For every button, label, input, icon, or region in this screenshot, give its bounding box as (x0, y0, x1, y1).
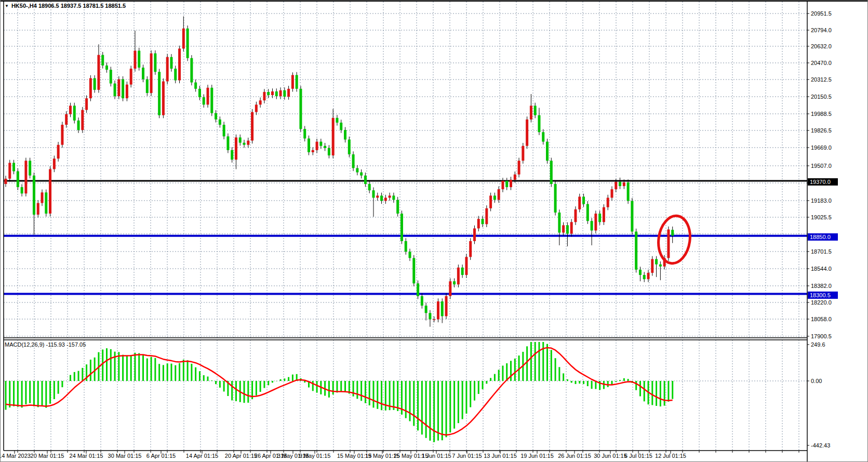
time-axis-label: 13 Jun 01:15 (484, 453, 517, 459)
price-badge-18850.0[interactable]: 18850.0 (808, 233, 838, 241)
time-axis-label: 9 May 01:15 (299, 453, 331, 459)
price-axis-label: 20632.0 (811, 43, 832, 49)
annotation-circle[interactable] (656, 214, 693, 265)
symbol-ohlc-text: HK50-,H4 18906.5 18937.5 18781.5 18851.5 (11, 3, 126, 9)
price-axis-label: 18220.0 (811, 299, 832, 306)
price-axis-label: 19826.5 (811, 127, 832, 134)
time-axis-label: 26 Jun 01:15 (558, 453, 591, 459)
price-axis-label: 20794.0 (811, 27, 832, 33)
macd-axis-label: 0.00 (811, 378, 822, 384)
macd-axis-label: -442.43 (811, 442, 830, 448)
time-axis-label: 12 Jul 01:15 (655, 453, 686, 459)
macd-layer (6, 342, 673, 442)
price-axis-label: 20470.0 (811, 60, 832, 66)
price-badge-18300.5[interactable]: 18300.5 (808, 292, 838, 299)
price-axis-label: 20312.5 (811, 76, 832, 83)
price-badge-19370.0[interactable]: 19370.0 (808, 178, 838, 186)
price-axis-label: 20150.5 (811, 94, 832, 100)
time-axis-label: 20 Apr 01:15 (225, 453, 257, 459)
price-axis-label: 19669.0 (811, 144, 832, 151)
symbol-header: ▼HK50-,H4 18906.5 18937.5 18781.5 18851.… (5, 3, 126, 9)
price-axis-label: 18382.0 (811, 283, 832, 289)
time-axis-label: 19 Jun 01:15 (520, 453, 554, 459)
price-axis-label: 18058.0 (811, 316, 832, 322)
time-axis-label: 24 Mar 01:15 (70, 453, 103, 459)
time-axis-label: 7 Jun 01:15 (452, 453, 482, 459)
chart-canvas[interactable] (1, 1, 868, 462)
time-axis-label: 14 Apr 01:15 (186, 453, 218, 459)
price-axis-label: 19183.0 (811, 197, 832, 204)
time-axis-label: 20 Mar 01:15 (31, 453, 64, 459)
horizontal-level-lines[interactable] (4, 181, 807, 294)
price-axis-label: 19988.5 (811, 111, 832, 117)
chevron-down-icon[interactable]: ▼ (5, 4, 9, 8)
price-axis-label: 19507.0 (811, 163, 832, 169)
macd-signal-line (6, 348, 673, 435)
price-axis-label: 20951.5 (811, 10, 832, 17)
time-axis-label: 30 Mar 01:15 (108, 453, 142, 459)
price-axis-label: 17900.5 (811, 333, 832, 339)
time-axis-label: 30 Jun 01:15 (594, 453, 627, 459)
time-axis-label: 14 Mar 2023 (0, 453, 31, 459)
macd-indicator-label: MACD(12,26,9) -115.93 -157.05 (5, 341, 86, 348)
price-axis-label: 19025.5 (811, 214, 832, 220)
price-axis-label: 18544.0 (811, 266, 832, 272)
time-axis-label: 6 Apr 01:15 (146, 453, 176, 459)
macd-axis-label: 249.6 (811, 341, 825, 348)
time-axis-label: 1 Jun 01:15 (421, 453, 451, 459)
mt4-chart-window: ▼HK50-,H4 18906.5 18937.5 18781.5 18851.… (0, 0, 868, 462)
time-axis-label: 6 Jul 01:15 (624, 453, 652, 459)
price-axis-label: 18701.5 (811, 248, 832, 255)
